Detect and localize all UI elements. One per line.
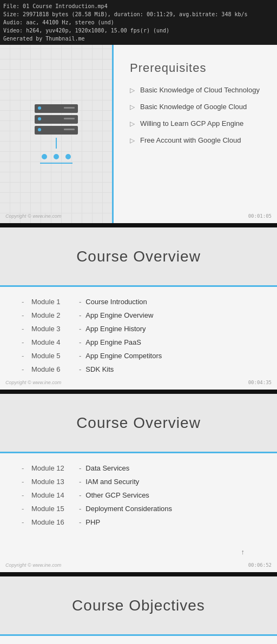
prerequisites-title: Prerequisites bbox=[130, 61, 261, 75]
sep-12: - bbox=[79, 464, 81, 472]
slide1-right-panel: Prerequisites ▷ Basic Knowledge of Cloud… bbox=[114, 45, 277, 223]
dash-15: - bbox=[22, 505, 27, 513]
slide4-content: ▷ Gain an understanding of Google Cloud … bbox=[0, 636, 277, 644]
slide1-timestamp: 00:01:05 bbox=[248, 213, 272, 219]
server-box-1 bbox=[35, 104, 78, 113]
module-name-13: Module 13 bbox=[31, 478, 75, 486]
dash-4: - bbox=[22, 338, 27, 346]
prereq-text-2: Basic Knowledge of Google Cloud bbox=[140, 103, 247, 111]
sep-3: - bbox=[79, 325, 81, 333]
module-name-6: Module 6 bbox=[31, 365, 75, 373]
prereq-arrow-2: ▷ bbox=[130, 103, 135, 111]
module-item-5: - Module 5 - App Engine Competitors bbox=[22, 352, 255, 360]
slide3-content: - Module 12 - Data Services - Module 13 … bbox=[0, 453, 277, 572]
module-item-6: - Module 6 - SDK Kits bbox=[22, 365, 255, 373]
cursor-indicator: ↑ bbox=[241, 548, 245, 556]
module-name-4: Module 4 bbox=[31, 338, 75, 346]
prereq-text-3: Willing to Learn GCP App Engine bbox=[140, 119, 243, 128]
dash-2: - bbox=[22, 311, 27, 319]
module-title-16: PHP bbox=[85, 518, 100, 526]
sep-15: - bbox=[79, 505, 81, 513]
module-title-14: Other GCP Services bbox=[85, 491, 149, 499]
file-info-bar: File: 01 Course Introduction.mp4 Size: 2… bbox=[0, 0, 277, 45]
sep-5: - bbox=[79, 352, 81, 360]
module-name-14: Module 14 bbox=[31, 491, 75, 499]
prereq-text-4: Free Account with Google Cloud bbox=[140, 136, 241, 144]
slide2-copyright: Copyright © www.ine.com bbox=[5, 380, 61, 385]
module-item-3: - Module 3 - App Engine History bbox=[22, 325, 255, 333]
dash-3: - bbox=[22, 325, 27, 333]
module-item-1: - Module 1 - Course Introduction bbox=[22, 298, 255, 306]
module-title-13: IAM and Security bbox=[85, 478, 139, 486]
slide2-title: Course Overview bbox=[76, 248, 201, 265]
prereq-text-1: Basic Knowledge of Cloud Technology bbox=[140, 86, 260, 94]
module-title-4: App Engine PaaS bbox=[85, 338, 141, 346]
module-title-6: SDK Kits bbox=[85, 365, 114, 373]
slide-course-overview-1: Course Overview - Module 1 - Course Intr… bbox=[0, 227, 277, 390]
prereq-arrow-1: ▷ bbox=[130, 86, 135, 94]
file-info-line4: Video: h264, yuv420p, 1920x1080, 15.00 f… bbox=[3, 26, 274, 35]
module-name-3: Module 3 bbox=[31, 325, 75, 333]
module-name-15: Module 15 bbox=[31, 505, 75, 513]
slide2-content: - Module 1 - Course Introduction - Modul… bbox=[0, 287, 277, 390]
prereq-arrow-3: ▷ bbox=[130, 120, 135, 128]
module-item-16: - Module 16 - PHP bbox=[22, 518, 255, 526]
module-title-2: App Engine Overview bbox=[85, 311, 153, 319]
divider-2 bbox=[0, 390, 277, 394]
module-item-14: - Module 14 - Other GCP Services bbox=[22, 491, 255, 499]
module-item-4: - Module 4 - App Engine PaaS bbox=[22, 338, 255, 346]
dash-14: - bbox=[22, 491, 27, 499]
module-title-12: Data Services bbox=[85, 464, 129, 472]
prereq-item-4: ▷ Free Account with Google Cloud bbox=[130, 136, 261, 144]
module-item-15: - Module 15 - Deployment Considerations bbox=[22, 505, 255, 513]
dash-6: - bbox=[22, 365, 27, 373]
slide4-header-section: Course Objectives bbox=[0, 576, 277, 636]
slide3-copyright: Copyright © www.ine.com bbox=[5, 562, 61, 568]
slide-course-objectives: Course Objectives ▷ Gain an understandin… bbox=[0, 576, 277, 644]
divider-3 bbox=[0, 572, 277, 576]
module-item-2: - Module 2 - App Engine Overview bbox=[22, 311, 255, 319]
prereq-item-1: ▷ Basic Knowledge of Cloud Technology bbox=[130, 86, 261, 94]
file-info-line2: Size: 29971818 bytes (28.58 MiB), durati… bbox=[3, 10, 274, 18]
dash-5: - bbox=[22, 352, 27, 360]
sep-16: - bbox=[79, 518, 81, 526]
slide4-title: Course Objectives bbox=[72, 597, 205, 614]
file-info-line1: File: 01 Course Introduction.mp4 bbox=[3, 2, 274, 10]
prereq-item-2: ▷ Basic Knowledge of Google Cloud bbox=[130, 103, 261, 111]
sep-4: - bbox=[79, 338, 81, 346]
module-name-16: Module 16 bbox=[31, 518, 75, 526]
module-title-3: App Engine History bbox=[85, 325, 146, 333]
slide-prerequisites: Prerequisites ▷ Basic Knowledge of Cloud… bbox=[0, 45, 277, 223]
file-info-line5: Generated by Thumbnail.me bbox=[3, 35, 274, 43]
slide-course-overview-2: Course Overview - Module 12 - Data Servi… bbox=[0, 394, 277, 572]
module-item-12: - Module 12 - Data Services bbox=[22, 464, 255, 472]
divider-1 bbox=[0, 223, 277, 227]
module-name-5: Module 5 bbox=[31, 352, 75, 360]
module-title-5: App Engine Competitors bbox=[85, 352, 162, 360]
sep-14: - bbox=[79, 491, 81, 499]
sep-2: - bbox=[79, 311, 81, 319]
prereq-arrow-4: ▷ bbox=[130, 137, 135, 144]
server-box-2 bbox=[35, 115, 78, 124]
dash-12: - bbox=[22, 464, 27, 472]
sep-6: - bbox=[79, 365, 81, 373]
file-info-line3: Audio: aac, 44100 Hz, stereo (und) bbox=[3, 18, 274, 26]
dash-16: - bbox=[22, 518, 27, 526]
module-item-13: - Module 13 - IAM and Security bbox=[22, 478, 255, 486]
dash-13: - bbox=[22, 478, 27, 486]
slide2-header-section: Course Overview bbox=[0, 227, 277, 287]
slide1-left-panel bbox=[0, 45, 114, 223]
slide3-header-section: Course Overview bbox=[0, 394, 277, 453]
slide3-timestamp: 00:06:52 bbox=[248, 562, 272, 568]
module-name-12: Module 12 bbox=[31, 464, 75, 472]
sep-13: - bbox=[79, 478, 81, 486]
server-box-3 bbox=[35, 126, 78, 135]
dash-1: - bbox=[22, 298, 27, 306]
prereq-item-3: ▷ Willing to Learn GCP App Engine bbox=[130, 119, 261, 128]
sep-1: - bbox=[79, 298, 81, 306]
module-title-15: Deployment Considerations bbox=[85, 505, 172, 513]
module-title-1: Course Introduction bbox=[85, 298, 147, 306]
slide1-copyright: Copyright © www.ine.com bbox=[5, 213, 61, 219]
slide3-title: Course Overview bbox=[76, 414, 201, 432]
slide2-timestamp: 00:04:35 bbox=[248, 380, 272, 385]
